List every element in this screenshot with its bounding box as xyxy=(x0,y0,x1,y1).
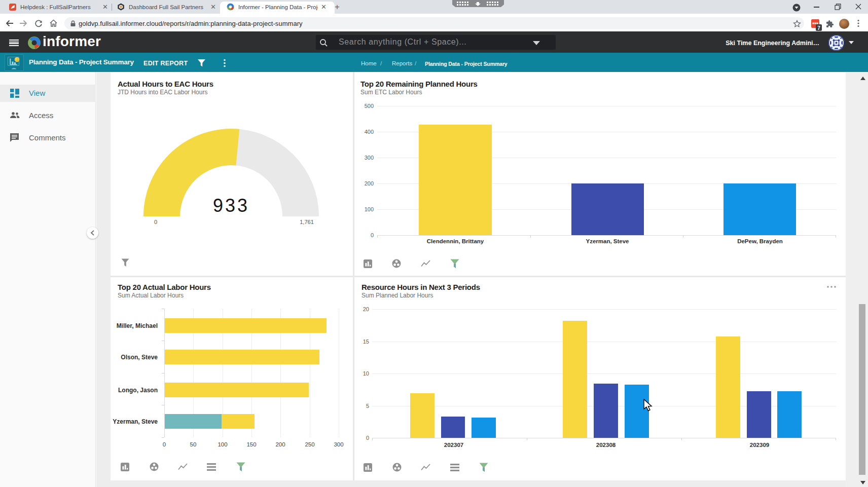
svg-text:7: 7 xyxy=(817,25,820,31)
